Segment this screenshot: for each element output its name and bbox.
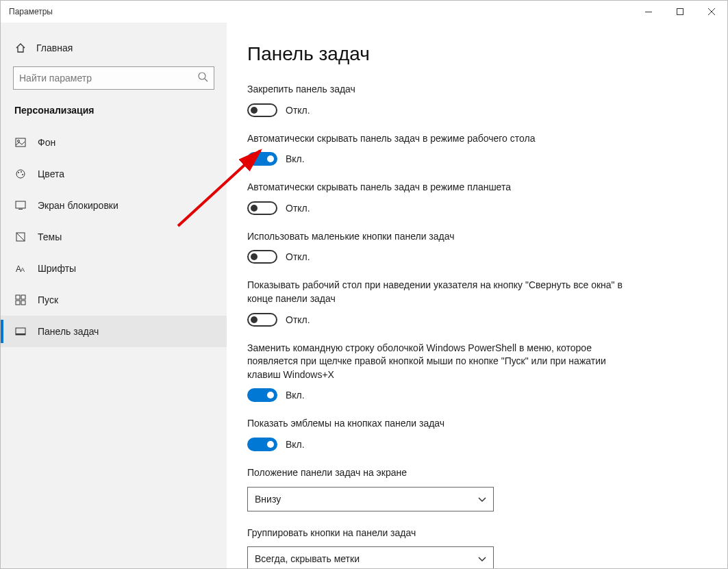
sidebar-item-label: Пуск: [38, 294, 58, 305]
setting-combine-buttons: Группировать кнопки на панели задач Всег…: [247, 527, 631, 568]
picture-icon: [14, 136, 27, 149]
sidebar-item-label: Цвета: [38, 168, 64, 179]
setting-label: Группировать кнопки на панели задач: [247, 527, 631, 540]
svg-rect-18: [21, 295, 25, 299]
dropdown-value: Всегда, скрывать метки: [255, 553, 360, 564]
maximize-icon: [677, 8, 683, 15]
svg-rect-19: [16, 301, 20, 305]
svg-point-4: [199, 73, 205, 79]
toggle-badges[interactable]: [247, 438, 277, 451]
titlebar: Параметры: [1, 1, 727, 23]
toggle-peek-desktop[interactable]: [247, 313, 277, 327]
sidebar-section-title: Персонализация: [1, 105, 227, 127]
toggle-lock-taskbar[interactable]: [247, 103, 277, 117]
toggle-state-text: Откл.: [286, 203, 310, 214]
toggle-autohide-tablet[interactable]: [247, 201, 277, 215]
svg-point-9: [18, 172, 19, 173]
content-area: Главная Персонализация Фон Цвета Экран б…: [1, 23, 727, 568]
toggle-state-text: Вкл.: [286, 390, 305, 401]
setting-autohide-tablet: Автоматически скрывать панель задач в ре…: [247, 181, 631, 215]
sidebar-item-taskbar[interactable]: Панель задач: [1, 316, 227, 347]
setting-peek-desktop: Показывать рабочий стол при наведении ук…: [247, 279, 631, 326]
setting-taskbar-location: Положение панели задач на экране Внизу: [247, 466, 631, 511]
palette-icon: [14, 168, 27, 180]
svg-rect-1: [677, 9, 683, 15]
svg-rect-20: [21, 301, 25, 305]
svg-point-11: [22, 174, 23, 175]
home-label: Главная: [36, 42, 73, 53]
svg-point-7: [18, 140, 20, 142]
toggle-autohide-desktop[interactable]: [247, 152, 277, 166]
sidebar-item-lock-screen[interactable]: Экран блокировки: [1, 190, 227, 221]
sidebar-item-fonts[interactable]: AA Шрифты: [1, 253, 227, 284]
sidebar-item-label: Темы: [38, 231, 62, 242]
minimize-button[interactable]: [633, 1, 664, 23]
setting-powershell: Заменить командную строку оболочкой Wind…: [247, 342, 631, 403]
setting-label: Автоматически скрывать панель задач в ре…: [247, 132, 631, 146]
settings-window: Параметры Главная Персо: [0, 0, 728, 569]
dropdown-taskbar-location[interactable]: Внизу: [247, 487, 494, 511]
toggle-powershell[interactable]: [247, 388, 277, 402]
svg-rect-22: [16, 333, 25, 335]
taskbar-icon: [14, 325, 27, 338]
dropdown-combine-buttons[interactable]: Всегда, скрывать метки: [247, 546, 494, 568]
sidebar-item-themes[interactable]: Темы: [1, 221, 227, 253]
sidebar-item-label: Шрифты: [38, 263, 76, 274]
svg-rect-13: [18, 209, 23, 210]
setting-label: Закрепить панель задач: [247, 83, 631, 97]
svg-rect-0: [645, 12, 652, 12]
maximize-button[interactable]: [664, 1, 696, 23]
minimize-icon: [645, 12, 652, 12]
close-button[interactable]: [696, 1, 727, 23]
sidebar-item-background[interactable]: Фон: [1, 127, 227, 158]
setting-badges: Показать эмблемы на кнопках панели задач…: [247, 417, 631, 451]
toggle-state-text: Вкл.: [286, 153, 305, 164]
window-title: Параметры: [9, 7, 53, 16]
main-panel: Панель задач Закрепить панель задач Откл…: [227, 23, 727, 568]
sidebar: Главная Персонализация Фон Цвета Экран б…: [1, 23, 227, 568]
setting-autohide-desktop: Автоматически скрывать панель задач в ре…: [247, 132, 631, 166]
toggle-state-text: Откл.: [286, 105, 310, 116]
svg-line-5: [205, 79, 208, 81]
lock-screen-icon: [14, 199, 27, 212]
dropdown-value: Внизу: [255, 494, 281, 505]
themes-icon: [14, 231, 27, 243]
toggle-small-buttons[interactable]: [247, 250, 277, 264]
setting-label: Автоматически скрывать панель задач в ре…: [247, 181, 631, 194]
start-icon: [14, 294, 27, 306]
svg-text:A: A: [21, 266, 25, 273]
setting-label: Использовать маленькие кнопки панели зад…: [247, 230, 631, 244]
sidebar-item-label: Экран блокировки: [38, 200, 118, 211]
search-input[interactable]: [19, 73, 197, 84]
sidebar-item-start[interactable]: Пуск: [1, 284, 227, 316]
search-icon: [197, 71, 208, 85]
home-icon: [14, 42, 27, 54]
page-title: Панель задач: [247, 43, 714, 65]
home-link[interactable]: Главная: [1, 35, 227, 66]
setting-small-buttons: Использовать маленькие кнопки панели зад…: [247, 230, 631, 264]
setting-label: Показывать рабочий стол при наведении ук…: [247, 279, 631, 305]
sidebar-item-label: Панель задач: [38, 326, 99, 337]
sidebar-item-label: Фон: [38, 137, 55, 148]
fonts-icon: AA: [14, 262, 27, 275]
setting-label: Заменить командную строку оболочкой Wind…: [247, 342, 631, 382]
close-icon: [708, 8, 715, 15]
search-box[interactable]: [13, 66, 214, 90]
sidebar-item-colors[interactable]: Цвета: [1, 158, 227, 190]
toggle-state-text: Откл.: [286, 251, 310, 262]
chevron-down-icon: [478, 494, 486, 505]
svg-rect-17: [16, 295, 20, 299]
svg-rect-12: [16, 201, 25, 208]
setting-label: Показать эмблемы на кнопках панели задач: [247, 417, 631, 431]
svg-point-8: [16, 170, 25, 178]
setting-lock-taskbar: Закрепить панель задач Откл.: [247, 83, 631, 117]
setting-label: Положение панели задач на экране: [247, 466, 631, 480]
toggle-state-text: Вкл.: [286, 439, 305, 450]
chevron-down-icon: [478, 553, 486, 564]
svg-point-10: [21, 171, 22, 173]
toggle-state-text: Откл.: [286, 314, 310, 325]
